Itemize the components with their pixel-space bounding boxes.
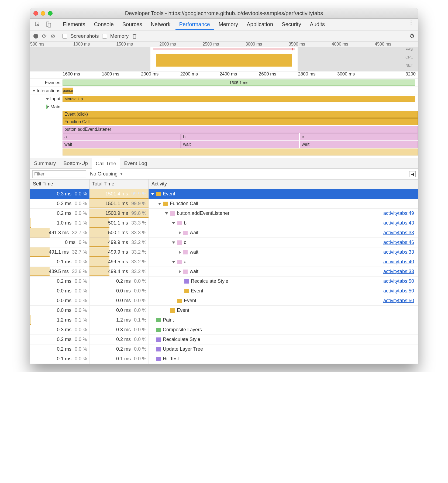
activity-name: Hit Test	[163, 356, 179, 362]
filter-input[interactable]	[32, 170, 86, 178]
flame-wait[interactable]: wait	[181, 141, 299, 148]
memory-checkbox[interactable]	[102, 34, 107, 39]
table-row[interactable]: 0.3 ms0.0 %1501.4 ms99.9 %Event	[30, 189, 418, 199]
frame-bar[interactable]: 1505.1 ms	[63, 80, 415, 86]
table-row[interactable]: 0.1 ms0.0 %499.5 ms33.2 %aactivitytabs:4…	[30, 257, 418, 267]
overview-pane[interactable]: 500 ms1000 ms1500 ms2000 ms2500 ms3000 m…	[30, 42, 418, 71]
activity-name: Recalculate Style	[163, 337, 200, 342]
call-tree-grid: 0.3 ms0.0 %1501.4 ms99.9 %Event0.2 ms0.0…	[30, 189, 418, 364]
table-row[interactable]: 0.3 ms0.0 %0.3 ms0.0 %Composite Layers	[30, 325, 418, 335]
flame-c[interactable]: c	[300, 133, 418, 140]
tab-security[interactable]: Security	[278, 19, 305, 30]
table-row[interactable]: 0 ms0 %499.9 ms33.2 %cactivitytabs:46	[30, 238, 418, 247]
tab-network[interactable]: Network	[147, 19, 174, 30]
expand-arrow[interactable]	[172, 222, 175, 224]
activity-name: c	[184, 240, 186, 245]
source-link[interactable]: activitytabs:40	[383, 259, 414, 265]
table-row[interactable]: 0.2 ms0.0 %1500.9 ms99.8 %button.addEven…	[30, 209, 418, 218]
flame-chart[interactable]: Event (click)Function Callbutton.addEven…	[30, 111, 418, 158]
subtab-call-tree[interactable]: Call Tree	[92, 158, 120, 169]
source-link[interactable]: activitytabs:33	[383, 249, 414, 255]
source-link[interactable]: activitytabs:50	[383, 278, 414, 284]
flame-a[interactable]: a	[63, 133, 181, 140]
table-row[interactable]: 0.2 ms0.0 %1501.1 ms99.9 %Function Call	[30, 199, 418, 209]
tab-elements[interactable]: Elements	[59, 19, 89, 30]
subtab-summary[interactable]: Summary	[30, 158, 60, 168]
source-link[interactable]: activitytabs:33	[383, 269, 414, 274]
source-link[interactable]: activitytabs:46	[383, 240, 414, 245]
header-self-time[interactable]: Self Time	[30, 180, 89, 189]
tab-performance[interactable]: Performance	[175, 19, 214, 30]
timeline-pane[interactable]: 1600 ms1800 ms2000 ms2200 ms2400 ms2600 …	[30, 71, 418, 158]
header-activity[interactable]: Activity	[149, 180, 418, 189]
tab-sources[interactable]: Sources	[119, 19, 146, 30]
flame-function-call[interactable]: Function Call	[63, 118, 418, 125]
expand-arrow[interactable]	[165, 212, 168, 215]
inspect-icon[interactable]	[33, 19, 43, 30]
device-toggle-icon[interactable]	[44, 19, 53, 30]
devtools-window: Developer Tools - https://googlechrome.g…	[30, 8, 418, 364]
expand-arrow[interactable]	[172, 261, 175, 263]
table-row[interactable]: 0.0 ms0.0 %0.0 ms0.0 %Event	[30, 306, 418, 315]
table-row[interactable]: 491.1 ms32.7 %499.9 ms33.2 %waitactivity…	[30, 247, 418, 257]
clear-icon[interactable]: ⊘	[50, 33, 56, 39]
input-track[interactable]: Input Mouse Up	[30, 95, 418, 103]
table-row[interactable]: 0.2 ms0.0 %0.2 ms0.0 %Update Layer Tree	[30, 344, 418, 354]
subtab-bottom-up[interactable]: Bottom-Up	[60, 158, 92, 168]
flame-wait[interactable]: wait	[63, 141, 181, 148]
table-row[interactable]: 1.2 ms0.1 %1.2 ms0.1 %Paint	[30, 315, 418, 325]
source-link[interactable]: activitytabs:43	[383, 220, 414, 226]
table-row[interactable]: 491.3 ms32.7 %500.1 ms33.3 %waitactivity…	[30, 228, 418, 238]
color-swatch	[156, 328, 161, 332]
mouse-up-event[interactable]: Mouse Up	[63, 96, 415, 102]
expand-arrow[interactable]	[179, 270, 181, 273]
color-swatch	[177, 260, 182, 264]
color-swatch	[170, 211, 175, 216]
window-title: Developer Tools - https://googlechrome.g…	[30, 10, 418, 16]
flame-b[interactable]: b	[181, 133, 299, 140]
table-row[interactable]: 0.0 ms0.0 %0.0 ms0.0 %Eventactivitytabs:…	[30, 286, 418, 296]
table-row[interactable]: 0.1 ms0.0 %0.1 ms0.0 %Hit Test	[30, 354, 418, 364]
details-subtabs: SummaryBottom-UpCall TreeEvent Log	[30, 158, 418, 169]
expand-arrow[interactable]	[179, 231, 181, 234]
interactions-track[interactable]: Interactions ponse	[30, 87, 418, 95]
table-row[interactable]: 489.5 ms32.6 %499.4 ms33.2 %waitactivity…	[30, 267, 418, 277]
source-link[interactable]: activitytabs:50	[383, 288, 414, 294]
trash-icon[interactable]	[132, 33, 137, 39]
expand-arrow[interactable]	[172, 242, 175, 244]
reload-icon[interactable]: ⟳	[42, 33, 47, 39]
svg-rect-2	[48, 23, 51, 27]
subtab-event-log[interactable]: Event Log	[120, 158, 151, 168]
screenshots-label: Screenshots	[70, 33, 99, 39]
flame-button-addeventlistener[interactable]: button.addEventListener	[63, 126, 418, 133]
grouping-select[interactable]: No Grouping ▼	[90, 171, 123, 177]
expand-arrow[interactable]	[179, 251, 181, 254]
settings-icon[interactable]	[409, 33, 415, 39]
table-row[interactable]: 0.2 ms0.0 %0.2 ms0.0 %Recalculate Style	[30, 335, 418, 344]
source-link[interactable]: activitytabs:49	[383, 211, 414, 216]
fps-track	[153, 48, 295, 50]
screenshots-checkbox[interactable]	[62, 34, 67, 39]
tab-audits[interactable]: Audits	[306, 19, 329, 30]
source-link[interactable]: activitytabs:33	[383, 230, 414, 236]
flame-event-click-[interactable]: Event (click)	[63, 111, 418, 118]
tab-application[interactable]: Application	[243, 19, 277, 30]
frames-track[interactable]: Frames 1505.1 ms	[30, 78, 418, 87]
more-menu-icon[interactable]: ⋮	[407, 19, 415, 30]
tab-memory[interactable]: Memory	[215, 19, 242, 30]
table-row[interactable]: 0.2 ms0.0 %0.2 ms0.0 %Recalculate Stylea…	[30, 277, 418, 286]
overview-selection[interactable]	[150, 47, 298, 71]
record-button[interactable]	[33, 34, 38, 39]
activity-name: b	[184, 220, 187, 226]
flame-wait[interactable]: wait	[300, 141, 418, 148]
tab-console[interactable]: Console	[90, 19, 117, 30]
table-row[interactable]: 1.0 ms0.1 %501.1 ms33.3 %bactivitytabs:4…	[30, 218, 418, 228]
show-heaviest-icon[interactable]: ◀	[409, 171, 416, 177]
expand-arrow[interactable]	[151, 193, 154, 195]
table-row[interactable]: 0.0 ms0.0 %0.0 ms0.0 %Eventactivitytabs:…	[30, 296, 418, 306]
color-swatch	[177, 240, 182, 245]
source-link[interactable]: activitytabs:50	[383, 298, 414, 303]
main-track-header[interactable]: Main	[30, 103, 418, 111]
header-total-time[interactable]: Total Time	[89, 180, 149, 189]
expand-arrow[interactable]	[158, 203, 161, 205]
